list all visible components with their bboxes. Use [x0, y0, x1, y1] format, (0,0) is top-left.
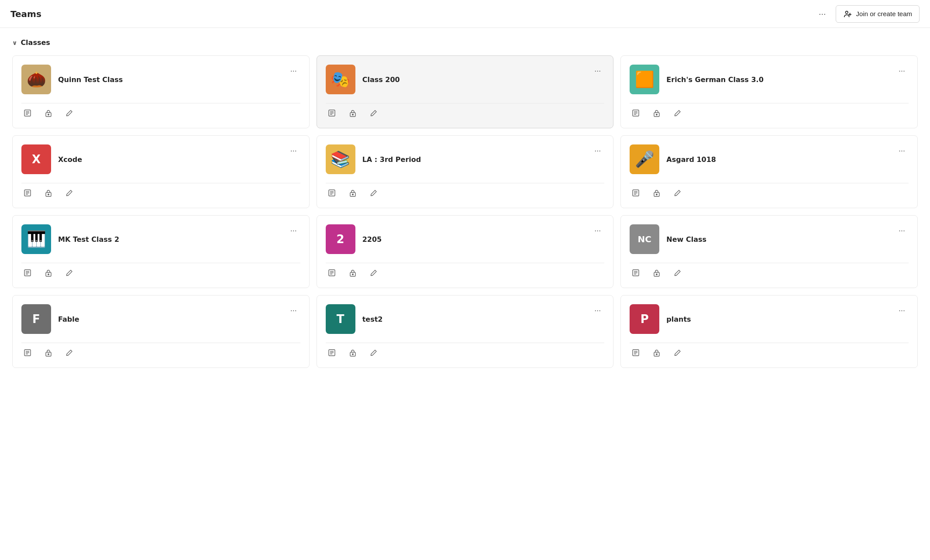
- lock-icon[interactable]: [651, 347, 663, 361]
- card-top: 🎹 MK Test Class 2 ···: [21, 224, 300, 254]
- card-footer-plants: [630, 343, 909, 361]
- card-more-button-fable[interactable]: ···: [287, 304, 300, 317]
- lock-icon[interactable]: [42, 267, 55, 281]
- edit-icon[interactable]: [63, 187, 76, 201]
- team-icon-erichs: 🟧: [630, 65, 659, 94]
- team-card-la3rd[interactable]: 📚 LA : 3rd Period ···: [317, 135, 614, 208]
- team-card-2205[interactable]: 2 2205 ···: [317, 215, 614, 288]
- notes-icon[interactable]: [630, 107, 642, 121]
- card-more-button-plants[interactable]: ···: [895, 304, 909, 317]
- team-card-quinn[interactable]: 🌰 Quinn Test Class ···: [12, 55, 310, 128]
- lock-icon[interactable]: [347, 187, 359, 201]
- team-card-test2[interactable]: t test2 ···: [317, 295, 614, 368]
- notes-icon[interactable]: [630, 347, 642, 361]
- team-icon-fable: F: [21, 304, 51, 334]
- team-name-newclass: New Class: [666, 235, 888, 244]
- svg-point-30: [352, 194, 353, 195]
- join-create-team-button[interactable]: Join or create team: [836, 5, 920, 23]
- edit-icon[interactable]: [63, 267, 76, 281]
- notes-icon[interactable]: [326, 267, 338, 281]
- svg-point-12: [352, 114, 353, 115]
- team-name-erichs: Erich's German Class 3.0: [666, 76, 888, 84]
- lock-icon[interactable]: [651, 107, 663, 121]
- notes-icon[interactable]: [326, 347, 338, 361]
- card-footer-class200: [326, 103, 605, 121]
- app-header: Teams ··· Join or create team: [0, 0, 930, 28]
- card-more-button-class200[interactable]: ···: [591, 65, 604, 77]
- notes-icon[interactable]: [21, 267, 34, 281]
- edit-icon[interactable]: [368, 267, 380, 281]
- card-more-button-asgard[interactable]: ···: [895, 144, 909, 157]
- lock-icon[interactable]: [651, 187, 663, 201]
- lock-icon[interactable]: [347, 107, 359, 121]
- notes-icon[interactable]: [21, 107, 34, 121]
- card-more-button-2205[interactable]: ···: [591, 224, 604, 237]
- team-card-newclass[interactable]: NC New Class ···: [620, 215, 918, 288]
- lock-icon[interactable]: [347, 347, 359, 361]
- svg-point-48: [352, 274, 353, 275]
- team-card-mktest[interactable]: 🎹 MK Test Class 2 ···: [12, 215, 310, 288]
- card-footer-mktest: [21, 263, 300, 281]
- team-name-xcode: Xcode: [58, 155, 280, 164]
- lock-icon[interactable]: [42, 107, 55, 121]
- card-footer-newclass: [630, 263, 909, 281]
- card-more-button-xcode[interactable]: ···: [287, 144, 300, 157]
- card-more-button-la3rd[interactable]: ···: [591, 144, 604, 157]
- team-name-mktest: MK Test Class 2: [58, 235, 280, 244]
- team-card-asgard[interactable]: 🎤 Asgard 1018 ···: [620, 135, 918, 208]
- notes-icon[interactable]: [630, 187, 642, 201]
- svg-point-18: [656, 114, 657, 115]
- notes-icon[interactable]: [326, 187, 338, 201]
- join-team-icon: [843, 9, 853, 19]
- card-top: 2 2205 ···: [326, 224, 605, 254]
- main-content: ∨ Classes 🌰 Quinn Test Class ···: [0, 28, 930, 378]
- lock-icon[interactable]: [651, 267, 663, 281]
- team-card-erichs[interactable]: 🟧 Erich's German Class 3.0 ···: [620, 55, 918, 128]
- team-icon-la3rd: 📚: [326, 144, 355, 174]
- team-icon-mktest: 🎹: [21, 224, 51, 254]
- team-name-quinn: Quinn Test Class: [58, 76, 280, 84]
- edit-icon[interactable]: [672, 267, 684, 281]
- card-footer-2205: [326, 263, 605, 281]
- notes-icon[interactable]: [630, 267, 642, 281]
- svg-point-0: [845, 11, 848, 13]
- more-options-button[interactable]: ···: [814, 6, 830, 21]
- edit-icon[interactable]: [63, 347, 76, 361]
- edit-icon[interactable]: [368, 107, 380, 121]
- team-card-plants[interactable]: p plants ···: [620, 295, 918, 368]
- lock-icon[interactable]: [42, 347, 55, 361]
- classes-section-header[interactable]: ∨ Classes: [12, 38, 918, 47]
- svg-point-66: [352, 354, 353, 354]
- card-top: p plants ···: [630, 304, 909, 334]
- team-icon-xcode: X: [21, 144, 51, 174]
- team-icon-quinn: 🌰: [21, 65, 51, 94]
- team-name-class200: Class 200: [362, 76, 584, 84]
- card-more-button-mktest[interactable]: ···: [287, 224, 300, 237]
- edit-icon[interactable]: [672, 187, 684, 201]
- card-top: 🟧 Erich's German Class 3.0 ···: [630, 65, 909, 94]
- card-more-button-quinn[interactable]: ···: [287, 65, 300, 77]
- team-card-class200[interactable]: 🎭 Class 200 ···: [317, 55, 614, 128]
- teams-grid: 🌰 Quinn Test Class ···: [12, 55, 918, 368]
- notes-icon[interactable]: [21, 347, 34, 361]
- card-top: NC New Class ···: [630, 224, 909, 254]
- edit-icon[interactable]: [672, 347, 684, 361]
- notes-icon[interactable]: [21, 187, 34, 201]
- team-name-la3rd: LA : 3rd Period: [362, 155, 584, 164]
- lock-icon[interactable]: [42, 187, 55, 201]
- notes-icon[interactable]: [326, 107, 338, 121]
- app-title: Teams: [10, 9, 41, 19]
- team-icon-asgard: 🎤: [630, 144, 659, 174]
- edit-icon[interactable]: [63, 107, 76, 121]
- team-card-xcode[interactable]: X Xcode ···: [12, 135, 310, 208]
- card-top: X Xcode ···: [21, 144, 300, 174]
- card-more-button-erichs[interactable]: ···: [895, 65, 909, 77]
- team-card-fable[interactable]: F Fable ···: [12, 295, 310, 368]
- lock-icon[interactable]: [347, 267, 359, 281]
- edit-icon[interactable]: [368, 347, 380, 361]
- edit-icon[interactable]: [672, 107, 684, 121]
- edit-icon[interactable]: [368, 187, 380, 201]
- card-footer-xcode: [21, 183, 300, 201]
- card-more-button-newclass[interactable]: ···: [895, 224, 909, 237]
- card-more-button-test2[interactable]: ···: [591, 304, 604, 317]
